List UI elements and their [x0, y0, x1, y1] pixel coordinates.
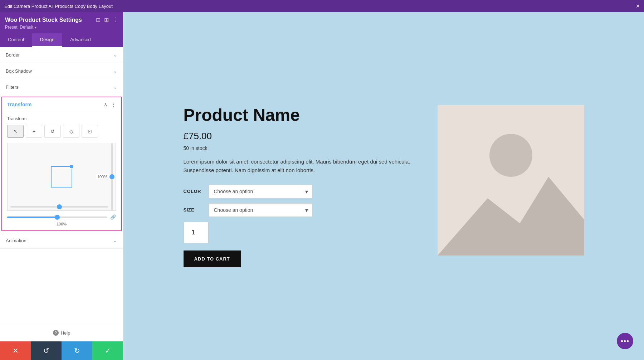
sidebar-footer: ? Help [0, 324, 123, 341]
product-image [438, 105, 584, 256]
border-label: Border [6, 52, 20, 58]
scale-y-slider[interactable] [7, 217, 107, 218]
product-stock: 50 in stock [184, 145, 416, 151]
filters-chevron-icon: ⌄ [113, 84, 117, 90]
module-title: Woo Product Stock Settings [5, 17, 82, 23]
box-shadow-label: Box Shadow [6, 68, 32, 74]
sidebar-header: Woo Product Stock Settings ⊡ ⊞ ⋮ Preset:… [0, 12, 123, 33]
scale-y-row: 🔗 [7, 214, 116, 220]
sidebar-header-icons: ⊡ ⊞ ⋮ [96, 16, 118, 23]
transform-skew-btn[interactable]: ◇ [63, 125, 79, 138]
product-description: Lorem ipsum dolor sit amet, consectetur … [184, 157, 416, 175]
preview-area: Product Name £75.00 50 in stock Lorem ip… [123, 12, 644, 360]
product-price: £75.00 [184, 131, 416, 142]
transform-header: Transform ∧ ⋮ [2, 97, 121, 112]
product-info: Product Name £75.00 50 in stock Lorem ip… [184, 105, 416, 267]
scale-y-value: 100% [7, 222, 116, 226]
action-bar: ✕ ↺ ↻ ✓ [0, 341, 123, 360]
quantity-input[interactable] [184, 222, 208, 243]
quantity-input-wrapper [184, 222, 209, 243]
help-label: Help [61, 330, 70, 336]
color-label: COLOR [184, 189, 201, 194]
grid-icon[interactable]: ⊞ [104, 16, 109, 23]
transform-canvas: 100% [7, 143, 116, 211]
size-select-wrapper: Choose an option [209, 203, 312, 217]
redo-button[interactable]: ↻ [62, 341, 92, 360]
transform-more-icon[interactable]: ⋮ [111, 102, 116, 107]
box-shadow-section[interactable]: Box Shadow ⌄ [0, 63, 123, 79]
h-slider[interactable] [10, 206, 108, 208]
dots-icon[interactable]: ⋮ [112, 16, 118, 23]
link-icon[interactable]: 🔗 [110, 214, 116, 220]
scale-x-value: 100% [96, 174, 108, 179]
save-button[interactable]: ✓ [92, 341, 123, 360]
transform-section: Transform ∧ ⋮ Transform ↖ + ↺ ◇ ⊡ [1, 97, 122, 231]
tab-bar: Content Design Advanced [0, 33, 123, 47]
title-bar-text: Edit Camera Product All Products Copy Bo… [4, 4, 113, 9]
transform-scale-btn[interactable]: + [26, 125, 42, 138]
transform-move-btn[interactable]: ↖ [7, 125, 24, 138]
scale-y-fill [7, 217, 57, 218]
transform-sub-label: Transform [7, 116, 116, 121]
filters-section[interactable]: Filters ⌄ [0, 79, 123, 95]
preset-arrow-icon: ▾ [35, 25, 36, 29]
color-select-wrapper: Choose an option [209, 185, 312, 198]
product-name: Product Name [184, 105, 416, 125]
filters-label: Filters [6, 84, 18, 90]
sidebar: Woo Product Stock Settings ⊡ ⊞ ⋮ Preset:… [0, 12, 123, 360]
placeholder-svg [438, 105, 584, 256]
help-link[interactable]: ? Help [53, 330, 70, 336]
add-to-cart-button[interactable]: ADD TO CART [184, 250, 241, 267]
v-slider-thumb[interactable] [109, 174, 114, 179]
transform-header-right: ∧ ⋮ [104, 102, 116, 107]
floating-dots-button[interactable]: ••• [617, 333, 633, 349]
title-bar: Edit Camera Product All Products Copy Bo… [0, 0, 644, 12]
h-slider-thumb[interactable] [57, 204, 62, 209]
sidebar-scroll: Border ⌄ Box Shadow ⌄ Filters ⌄ Transfor… [0, 47, 123, 324]
animation-label: Animation [6, 238, 26, 243]
color-select[interactable]: Choose an option [209, 185, 312, 198]
sidebar-header-top: Woo Product Stock Settings ⊡ ⊞ ⋮ [5, 16, 118, 23]
transform-box-preview [51, 166, 72, 188]
transform-title: Transform [7, 102, 31, 107]
settings-icon[interactable]: ⊡ [96, 16, 101, 23]
help-icon: ? [53, 330, 59, 336]
tab-content[interactable]: Content [0, 33, 32, 47]
cancel-button[interactable]: ✕ [0, 341, 31, 360]
animation-chevron-icon: ⌄ [113, 238, 117, 243]
box-shadow-chevron-icon: ⌄ [113, 68, 117, 74]
svg-point-1 [489, 134, 532, 177]
transform-canvas-inner: 100% [8, 143, 116, 210]
border-chevron-icon: ⌄ [113, 52, 117, 58]
v-slider[interactable] [111, 143, 113, 210]
tab-advanced[interactable]: Advanced [62, 33, 99, 47]
transform-icon-buttons: ↖ + ↺ ◇ ⊡ [7, 125, 116, 138]
color-option-row: COLOR Choose an option [184, 185, 416, 198]
preset-label[interactable]: Preset: Default ▾ [5, 25, 118, 30]
size-label: SIZE [184, 207, 201, 213]
product-card: Product Name £75.00 50 in stock Lorem ip… [169, 91, 599, 282]
undo-button[interactable]: ↺ [31, 341, 62, 360]
transform-collapse-icon[interactable]: ∧ [104, 102, 107, 107]
tab-design[interactable]: Design [32, 33, 62, 47]
main-layout: Woo Product Stock Settings ⊡ ⊞ ⋮ Preset:… [0, 12, 644, 360]
border-section[interactable]: Border ⌄ [0, 47, 123, 63]
size-select[interactable]: Choose an option [209, 203, 312, 217]
transform-body: Transform ↖ + ↺ ◇ ⊡ [2, 112, 121, 230]
close-icon[interactable]: × [636, 3, 640, 9]
size-option-row: SIZE Choose an option [184, 203, 416, 217]
scale-y-thumb[interactable] [55, 215, 60, 220]
transform-origin-btn[interactable]: ⊡ [82, 125, 98, 138]
animation-section[interactable]: Animation ⌄ [0, 233, 123, 249]
transform-rotate-btn[interactable]: ↺ [44, 125, 61, 138]
